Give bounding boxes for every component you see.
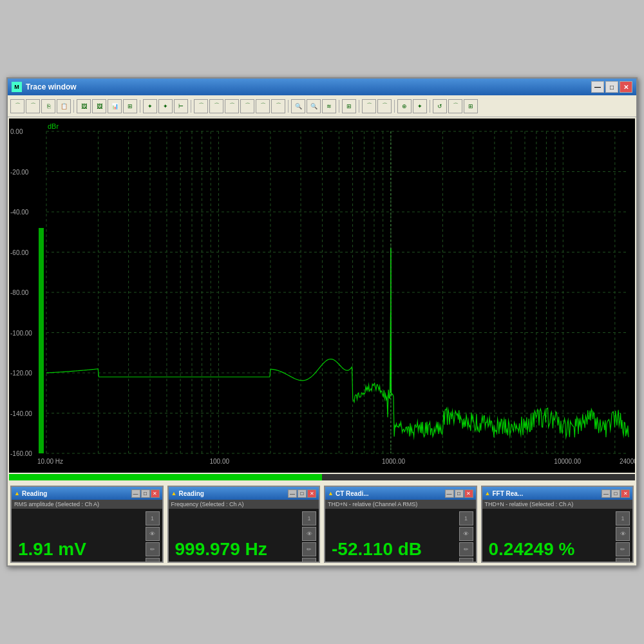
toolbar-btn-w1[interactable]: ⌒ — [194, 99, 208, 113]
reading-title-4: FFT Rea... — [492, 490, 523, 497]
reading-maximize-3[interactable]: □ — [455, 489, 464, 498]
toolbar-btn-arrow[interactable]: ⊢ — [174, 99, 188, 113]
reading-ctrl-3b[interactable]: 👁 — [459, 527, 473, 541]
toolbar-btn-zoom1[interactable]: 🔍 — [291, 99, 305, 113]
toolbar-btn-copy[interactable]: ⎘ — [41, 99, 55, 113]
toolbar-btn-wv1[interactable]: ⌒ — [362, 99, 376, 113]
toolbar-btn-wv2[interactable]: ⌒ — [377, 99, 392, 113]
reading-ctrl-4b[interactable]: 👁 — [616, 527, 630, 541]
reading-ctrl-4d[interactable]: ▲ — [616, 558, 630, 563]
toolbar-btn-undo[interactable]: ↺ — [433, 99, 447, 113]
toolbar-btn-w6[interactable]: ⌒ — [271, 99, 285, 113]
toolbar-btn-star2[interactable]: ✦ — [158, 99, 173, 113]
reading-body-1: 1.91 mV 1 👁 ✏ ▲ ▼ — [12, 509, 162, 563]
window-title: Trace window — [26, 82, 77, 91]
toolbar-btn-box[interactable]: ⊞ — [342, 99, 356, 113]
reading-close-1[interactable]: ✕ — [151, 489, 160, 498]
maximize-button[interactable]: □ — [605, 81, 618, 93]
reading-value-3: -52.110 dB — [328, 539, 457, 560]
progress-bar-fill — [9, 474, 322, 480]
reading-minimize-2[interactable]: — — [288, 489, 297, 498]
toolbar-btn-wave2[interactable]: ⌒ — [26, 99, 40, 113]
reading-title-1: Reading — [22, 490, 47, 497]
toolbar-sep-5 — [339, 100, 339, 113]
reading-ctrl-4a[interactable]: 1 — [616, 511, 630, 526]
reading-panel-1: ▲ Reading — □ ✕ RMS amplitude (Selected … — [10, 486, 164, 563]
reading-ctrl-1a[interactable]: 1 — [146, 511, 160, 526]
toolbar-btn-chart[interactable]: 📊 — [108, 99, 122, 113]
reading-title-bar-4: ▲ FFT Rea... — □ ✕ — [482, 487, 633, 500]
toolbar-btn-img1[interactable]: 🖼 — [77, 99, 91, 113]
toolbar-btn-paste[interactable]: 📋 — [57, 99, 71, 113]
reading-panel-4: ▲ FFT Rea... — □ ✕ THD+N - relative (Sel… — [481, 486, 634, 563]
reading-side-controls-4: 1 👁 ✏ ▲ ▼ — [616, 511, 630, 563]
toolbar-btn-w5[interactable]: ⌒ — [256, 99, 270, 113]
toolbar-btn-star1[interactable]: ✦ — [143, 99, 157, 113]
chart-area — [9, 118, 635, 473]
close-button[interactable]: ✕ — [620, 81, 632, 93]
reading-ctrl-3a[interactable]: 1 — [459, 511, 473, 526]
reading-maximize-1[interactable]: □ — [141, 489, 150, 498]
reading-panel-3: ▲ CT Readi... — □ ✕ THD+N - relative (Ch… — [324, 486, 477, 563]
reading-subtitle-3: THD+N - relative (Channel A RMS) — [325, 500, 476, 509]
spectrum-chart — [9, 118, 635, 473]
reading-title-bar-3: ▲ CT Readi... — □ ✕ — [325, 487, 476, 500]
reading-ctrl-2d[interactable]: ▲ — [302, 558, 316, 563]
reading-subtitle-1: RMS amplitude (Selected : Ch A) — [12, 500, 162, 509]
toolbar-btn-w4[interactable]: ⌒ — [240, 99, 254, 113]
readings-row: ▲ Reading — □ ✕ RMS amplitude (Selected … — [8, 482, 636, 565]
reading-title-left-3: ▲ CT Readi... — [328, 490, 369, 497]
reading-minimize-1[interactable]: — — [131, 489, 140, 498]
reading-ctrl-3c[interactable]: ✏ — [459, 542, 473, 556]
toolbar-btn-end[interactable]: ⊞ — [464, 99, 478, 113]
toolbar-sep-1 — [73, 100, 74, 113]
toolbar-btn-grid[interactable]: ⊞ — [123, 99, 137, 113]
reading-value-4: 0.24249 % — [485, 539, 614, 560]
toolbar-btn-lines[interactable]: ≋ — [322, 99, 336, 113]
reading-minimize-3[interactable]: — — [445, 489, 454, 498]
reading-body-4: 0.24249 % 1 👁 ✏ ▲ ▼ — [482, 509, 633, 563]
reading-ctrl-1d[interactable]: ▲ — [146, 558, 160, 563]
toolbar-btn-wave1[interactable]: ⌒ — [10, 99, 24, 113]
reading-controls-3: — □ ✕ — [445, 489, 473, 498]
reading-close-3[interactable]: ✕ — [464, 489, 473, 498]
reading-maximize-4[interactable]: □ — [611, 489, 620, 498]
toolbar-btn-wv3[interactable]: ⌒ — [448, 99, 462, 113]
reading-value-1: 1.91 mV — [14, 539, 143, 560]
reading-minimize-4[interactable]: — — [601, 489, 611, 498]
reading-ctrl-2b[interactable]: 👁 — [302, 527, 316, 541]
reading-side-controls-1: 1 👁 ✏ ▲ ▼ — [146, 511, 160, 563]
main-window: M Trace window — □ ✕ ⌒ ⌒ ⎘ 📋 🖼 🖼 📊 ⊞ ✦ ✦… — [6, 77, 638, 567]
reading-title-bar-2: ▲ Reading — □ ✕ — [169, 487, 319, 500]
progress-bar-area — [9, 474, 635, 480]
reading-ctrl-4c[interactable]: ✏ — [616, 542, 630, 556]
reading-close-2[interactable]: ✕ — [307, 489, 316, 498]
reading-icon-1: ▲ — [14, 490, 20, 497]
toolbar-btn-plus[interactable]: ⊕ — [397, 99, 412, 113]
reading-ctrl-2c[interactable]: ✏ — [302, 542, 316, 556]
toolbar-sep-2 — [140, 100, 140, 113]
reading-controls-4: — □ ✕ — [601, 489, 630, 498]
reading-maximize-2[interactable]: □ — [298, 489, 307, 498]
reading-ctrl-2a[interactable]: 1 — [302, 511, 316, 526]
toolbar-btn-w3[interactable]: ⌒ — [225, 99, 239, 113]
toolbar-sep-6 — [359, 100, 359, 113]
reading-ctrl-1b[interactable]: 👁 — [146, 527, 160, 541]
toolbar-btn-w2[interactable]: ⌒ — [209, 99, 223, 113]
reading-ctrl-1c[interactable]: ✏ — [146, 542, 160, 556]
toolbar-btn-star3[interactable]: ✦ — [413, 99, 427, 113]
reading-close-4[interactable]: ✕ — [621, 489, 630, 498]
reading-panel-2: ▲ Reading — □ ✕ Frequency (Selected : Ch… — [167, 486, 321, 563]
reading-title-bar-1: ▲ Reading — □ ✕ — [12, 487, 162, 500]
toolbar-sep-7 — [394, 100, 395, 113]
toolbar-sep-8 — [430, 100, 430, 113]
reading-ctrl-3d[interactable]: ▲ — [459, 558, 473, 563]
toolbar-sep-3 — [191, 100, 191, 113]
toolbar-btn-img2[interactable]: 🖼 — [92, 99, 106, 113]
reading-title-2: Reading — [178, 490, 204, 497]
reading-controls-2: — □ ✕ — [288, 489, 316, 498]
minimize-button[interactable]: — — [591, 81, 604, 93]
reading-icon-3: ▲ — [328, 490, 334, 497]
reading-subtitle-2: Frequency (Selected : Ch A) — [169, 500, 319, 509]
toolbar-btn-zoom2[interactable]: 🔍 — [307, 99, 321, 113]
